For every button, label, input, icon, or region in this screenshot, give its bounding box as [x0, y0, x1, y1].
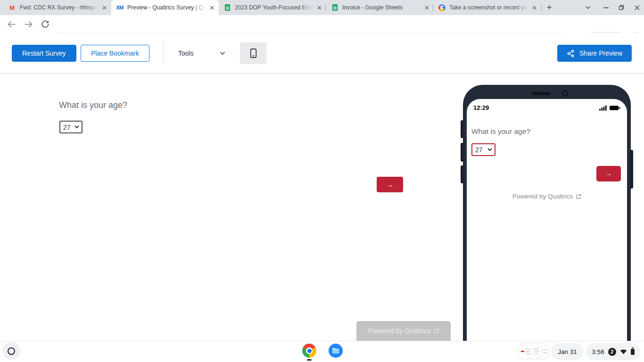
mobile-preview-toggle[interactable]: [240, 42, 266, 64]
google-icon: [438, 4, 446, 11]
screenshot-thumbnail[interactable]: [517, 343, 534, 360]
wifi-icon: [620, 349, 627, 354]
reload-icon[interactable]: [40, 18, 51, 30]
gmail-icon: M: [8, 4, 16, 11]
tab-title: Preview - Qualtrics Survey | Qu: [127, 4, 206, 11]
notification-badge: 2: [608, 348, 616, 356]
tab-title: Fwd: CDC RX Survey - rfrimpon: [20, 4, 98, 11]
tab-qualtrics-preview[interactable]: XM Preview - Qualtrics Survey | Qu: [111, 0, 219, 15]
powered-by-label: Powered by Qualtrics: [368, 327, 430, 335]
forward-icon[interactable]: [23, 18, 34, 30]
close-icon[interactable]: [100, 3, 108, 12]
tab-title: Invoice - Google Sheets: [342, 4, 421, 11]
phone-side-button: [461, 120, 463, 138]
phone-screen: 12:29 What is your age? 27 → Powered by …: [467, 99, 627, 341]
browser-toolbar: lucid.co1.qualtrics.com/jfe/preview/prev…: [0, 15, 644, 33]
age-select-value: 27: [475, 146, 483, 154]
tab-divider: [541, 4, 542, 11]
phone-volume-down-button: [461, 165, 463, 183]
phone-speaker: [532, 92, 551, 95]
external-link-icon: [434, 328, 439, 334]
thumbnail-line: [535, 351, 539, 352]
chevron-down-icon: [74, 125, 79, 129]
new-tab-button[interactable]: +: [543, 1, 555, 14]
thumbnail-line: [535, 348, 539, 349]
phone-clock: 12:29: [473, 104, 489, 111]
close-icon[interactable]: [315, 3, 323, 12]
tab-divider: [325, 4, 326, 11]
thumbnail-line: [526, 349, 531, 350]
thumbnail-line: [543, 352, 547, 353]
folder-icon: [332, 347, 340, 354]
share-preview-label: Share Preview: [579, 49, 622, 57]
sheets-icon: [331, 4, 339, 11]
qualtrics-xm-icon: XM: [116, 4, 124, 11]
sheets-icon: [223, 4, 231, 11]
powered-by-label: Powered by Qualtrics: [512, 193, 573, 200]
tools-dropdown[interactable]: Tools: [178, 45, 225, 62]
powered-by-qualtrics-link[interactable]: Powered by Qualtrics: [467, 193, 627, 200]
powered-by-qualtrics-link[interactable]: Powered by Qualtrics: [356, 321, 451, 341]
tools-label: Tools: [178, 49, 194, 57]
next-button[interactable]: →: [596, 166, 621, 181]
age-select-value: 27: [63, 123, 71, 131]
close-icon[interactable]: [207, 3, 216, 12]
place-bookmark-button[interactable]: Place Bookmark: [81, 45, 149, 62]
chrome-running-indicator: [307, 359, 312, 361]
close-icon[interactable]: [422, 3, 431, 12]
tab-sheets-invoice[interactable]: Invoice - Google Sheets: [326, 0, 434, 15]
tab-strip: M Fwd: CDC RX Survey - rfrimpon XM Previ…: [0, 0, 644, 15]
back-icon[interactable]: [6, 18, 17, 30]
smartphone-icon: [248, 48, 259, 59]
chevron-down-icon: [487, 148, 492, 151]
battery-icon: [631, 349, 635, 355]
tab-title: Take a screenshot or record yo: [449, 4, 528, 11]
share-preview-button[interactable]: Share Preview: [557, 45, 632, 62]
minimize-icon[interactable]: [600, 0, 612, 15]
tab-gmail[interactable]: M Fwd: CDC RX Survey - rfrimpon: [4, 0, 111, 15]
chevron-down-icon: [220, 51, 225, 55]
thumbnail-line: [526, 351, 530, 352]
battery-icon: [610, 105, 620, 111]
restart-survey-button[interactable]: Restart Survey: [12, 45, 76, 62]
phone-mockup: 12:29 What is your age? 27 → Powered by …: [463, 85, 631, 341]
external-link-icon: [576, 194, 581, 199]
close-window-icon[interactable]: [631, 0, 643, 15]
chromeos-shelf: Jan 31 3:56 2: [0, 341, 644, 362]
phone-status-icons: [599, 105, 620, 111]
thumbnail-line: [535, 353, 538, 354]
age-select[interactable]: 27: [59, 121, 83, 133]
age-select[interactable]: 27: [471, 143, 495, 156]
status-tray[interactable]: 3:56 2: [586, 343, 640, 360]
date-pill[interactable]: Jan 31: [552, 343, 583, 360]
tab-title: 2023 DOP Youth-Focused Envi: [235, 4, 313, 11]
toolbar-divider: [163, 42, 164, 64]
survey-question: What is your age?: [59, 100, 127, 110]
phone-camera: [562, 90, 569, 97]
next-button[interactable]: →: [377, 177, 403, 192]
restore-window-icon[interactable]: [615, 0, 627, 15]
phone-volume-up-button: [461, 143, 463, 162]
phone-power-button: [630, 150, 633, 189]
shelf-date: Jan 31: [558, 348, 577, 355]
share-icon: [567, 49, 575, 58]
tab-sheets-dop[interactable]: 2023 DOP Youth-Focused Envi: [219, 0, 326, 15]
shelf-time: 3:56: [592, 348, 604, 355]
thumbnail-line: [543, 349, 547, 350]
preview-toolbar: Restart Survey Place Bookmark Tools Shar…: [0, 33, 644, 74]
chrome-app-icon[interactable]: [302, 344, 316, 358]
close-icon[interactable]: [530, 3, 538, 12]
tab-divider: [433, 4, 433, 11]
survey-preview-area: What is your age? 27 → Powered by Qualtr…: [0, 74, 644, 341]
launcher-button[interactable]: [2, 342, 20, 360]
tab-google-search[interactable]: Take a screenshot or record yo: [434, 0, 541, 15]
launcher-circle-icon: [8, 347, 15, 355]
thumbnail-red-mark: [521, 351, 524, 352]
thumbnail-line: [526, 354, 531, 354]
survey-question: What is your age?: [471, 127, 530, 136]
signal-bars-icon: [599, 105, 607, 111]
tab-search-chevron-icon[interactable]: [582, 0, 594, 15]
files-app-icon[interactable]: [329, 344, 343, 358]
chromeos-screen: M Fwd: CDC RX Survey - rfrimpon XM Previ…: [0, 0, 644, 362]
